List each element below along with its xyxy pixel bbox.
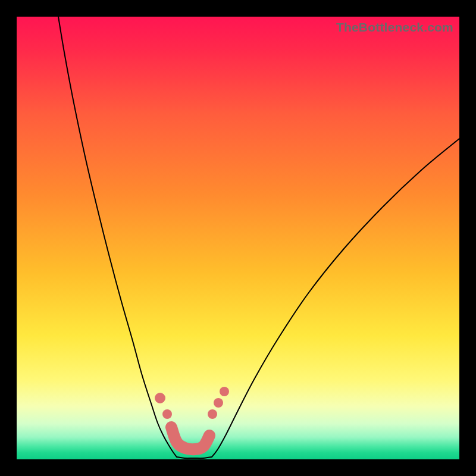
data-marker (220, 387, 229, 396)
data-marker (214, 398, 223, 408)
data-marker (155, 393, 165, 403)
curve-left-branch (58, 17, 177, 457)
chart-frame: TheBottleneck.com (0, 0, 476, 476)
data-marker (208, 409, 217, 419)
curve-valley-floor (177, 457, 212, 458)
marker-group (155, 387, 229, 419)
curve-right-branch (212, 139, 459, 457)
plot-area: TheBottleneck.com (17, 17, 459, 459)
valley-sausage-marker (171, 427, 209, 449)
data-marker (162, 409, 172, 419)
chart-svg (17, 17, 459, 459)
